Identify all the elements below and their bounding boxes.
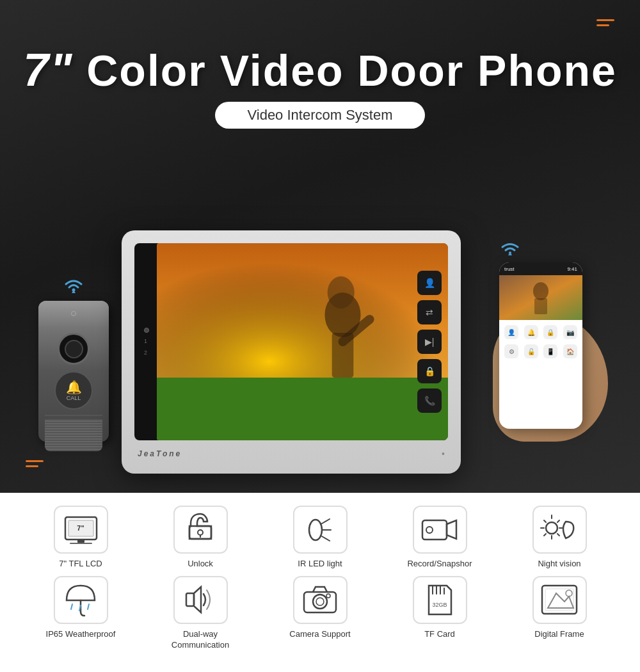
feature-camera: Camera Support: [265, 576, 375, 651]
monitor-indicators: 1 2: [144, 328, 149, 356]
doorbell-call-button: 🔔 CALL: [54, 371, 93, 410]
svg-line-21: [322, 519, 330, 524]
svg-marker-41: [194, 587, 201, 612]
phone-video: [499, 275, 582, 320]
doorbell-wifi-icon: [38, 274, 109, 298]
features-section: 7" 7" TFL LCD Unlock: [0, 493, 640, 672]
feature-dualway: Dual-wayCommunication: [145, 576, 255, 651]
feature-label-digital: Digital Frame: [534, 629, 584, 640]
svg-point-27: [546, 522, 557, 534]
ctrl-phone: 📞: [417, 388, 442, 413]
feature-icon-unlock: [173, 506, 228, 554]
phone-status-bar: trust 9:41: [499, 262, 582, 275]
feature-icon-digital: [532, 576, 587, 624]
feature-7tfl: 7" 7" TFL LCD: [26, 506, 136, 570]
feature-nightvision: Night vision: [504, 506, 614, 570]
svg-rect-51: [542, 586, 577, 614]
ctrl-lock: 🔒: [417, 359, 442, 383]
svg-marker-25: [447, 520, 456, 539]
svg-point-7: [328, 276, 355, 308]
screen-content: [157, 243, 448, 440]
svg-line-37: [71, 604, 72, 609]
svg-point-8: [509, 252, 511, 254]
features-grid: 7" 7" TFL LCD Unlock: [26, 506, 614, 651]
svg-rect-52: [545, 589, 573, 611]
subtitle-text: Video Intercom System: [215, 102, 424, 129]
svg-text:32GB: 32GB: [432, 602, 447, 608]
monitor-body: 1 2: [122, 230, 461, 474]
svg-line-31: [557, 534, 559, 536]
monitor-unit: 1 2: [122, 230, 461, 474]
feature-label-nightvision: Night vision: [538, 559, 580, 570]
feature-label-tfcard: TF Card: [424, 629, 455, 640]
feature-icon-ip65: [54, 576, 108, 624]
menu-icon-top[interactable]: [596, 19, 614, 26]
svg-line-29: [557, 520, 559, 522]
feature-label-unlock: Unlock: [188, 559, 213, 570]
ctrl-play: ▶|: [417, 330, 442, 354]
monitor-screen-area: 1 2: [134, 243, 448, 440]
menu-icon-bottom[interactable]: [26, 460, 44, 467]
svg-point-10: [533, 282, 548, 300]
svg-line-33: [544, 534, 546, 536]
feature-icon-tfcard: 32GB: [413, 576, 467, 624]
phone-app-grid: 👤 🔔 🔒 📷 ⚙ 🔓 📱 🏠: [499, 320, 582, 364]
svg-point-44: [316, 598, 324, 605]
svg-rect-11: [534, 298, 547, 314]
feature-digital: Digital Frame: [504, 576, 614, 651]
feature-tfcard: 32GB TF Card: [385, 576, 495, 651]
svg-line-35: [544, 520, 546, 522]
svg-rect-40: [186, 593, 194, 606]
hero-section: 7" Color Video Door Phone Video Intercom…: [0, 0, 640, 493]
title-text: Color Video Door Phone: [86, 46, 617, 95]
svg-point-0: [72, 289, 76, 292]
title-area: 7" Color Video Door Phone Video Intercom…: [0, 45, 640, 129]
doorbell-camera: [58, 333, 90, 365]
svg-rect-3: [157, 378, 448, 440]
phone-wifi-icon: [499, 239, 608, 259]
doorbell-unit: 🔔 CALL: [38, 274, 109, 442]
doorbell-speaker: [45, 419, 102, 451]
svg-line-38: [88, 604, 89, 609]
svg-point-43: [313, 595, 327, 609]
feature-record: Record/Snapshor: [385, 506, 495, 570]
svg-text:7": 7": [77, 524, 84, 532]
phone-device: trust 9:41: [499, 262, 582, 429]
phone-unit: trust 9:41: [493, 239, 608, 442]
doorbell-body: 🔔 CALL: [38, 301, 109, 442]
ctrl-sync: ⇄: [417, 300, 442, 324]
svg-rect-16: [70, 543, 92, 544]
title-inch: 7": [23, 44, 73, 95]
feature-irled: IR LED light: [265, 506, 375, 570]
svg-point-26: [426, 527, 433, 533]
feature-label-7tfl: 7" TFL LCD: [59, 559, 102, 570]
feature-label-record: Record/Snapshor: [407, 559, 472, 570]
feature-icon-dualway: [173, 576, 228, 624]
svg-rect-15: [77, 540, 84, 543]
feature-icon-irled: [293, 506, 348, 554]
feature-label-dualway: Dual-wayCommunication: [172, 629, 229, 651]
doorbell-top: [38, 301, 109, 326]
svg-point-18: [198, 530, 203, 535]
main-title: 7" Color Video Door Phone: [0, 45, 640, 95]
feature-label-camera: Camera Support: [289, 629, 350, 640]
svg-point-20: [309, 520, 322, 540]
feature-label-irled: IR LED light: [298, 559, 342, 570]
monitor-control-buttons: 👤 ⇄ ▶| 🔒 📞: [417, 271, 442, 413]
feature-unlock: Unlock: [145, 506, 255, 570]
ctrl-person: 👤: [417, 271, 442, 295]
svg-marker-53: [548, 593, 573, 608]
feature-icon-camera: [293, 576, 348, 624]
feature-ip65: IP65 Weatherproof: [26, 576, 136, 651]
subtitle-badge: Video Intercom System: [0, 95, 640, 129]
feature-icon-nightvision: [532, 506, 587, 554]
monitor-display: [157, 243, 448, 440]
feature-icon-record: [413, 506, 467, 554]
monitor-brand: JeaTone: [138, 447, 182, 461]
feature-label-ip65: IP65 Weatherproof: [46, 629, 116, 640]
feature-icon-7tfl: 7": [54, 506, 108, 554]
svg-point-45: [326, 594, 330, 598]
svg-line-23: [322, 536, 330, 541]
phone-hand-wrapper: trust 9:41: [493, 262, 608, 442]
